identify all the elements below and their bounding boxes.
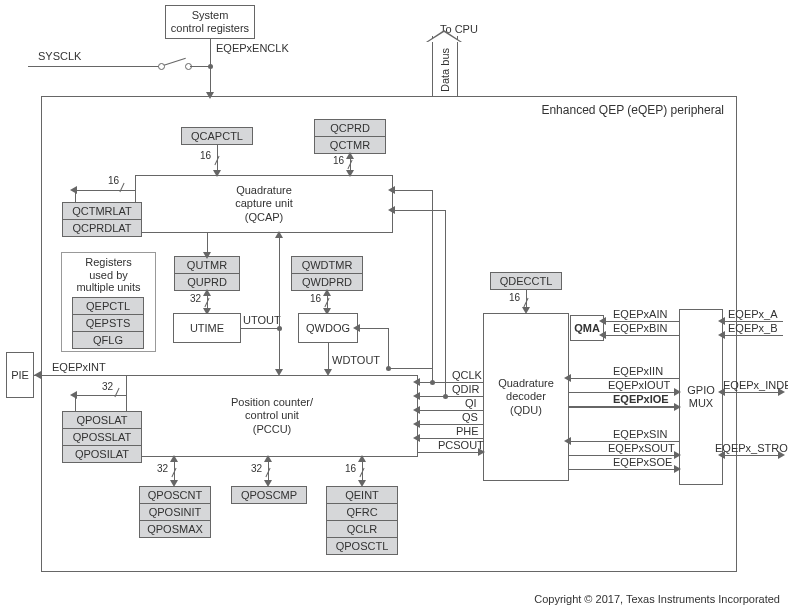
bus-width-16-3: 16 — [108, 175, 119, 186]
eqepxain-label: EQEPxAIN — [613, 308, 667, 320]
wdtout-label: WDTOUT — [332, 354, 380, 366]
bus-width-16-4: 16 — [310, 293, 321, 304]
regs-box-title: Registers used by multiple units — [62, 253, 155, 294]
qposslat-register: QPOSSLAT — [62, 428, 142, 446]
pccu-block: Position counter/ control unit (PCCU) — [126, 375, 418, 457]
data-bus-label: Data bus — [439, 48, 451, 92]
qwdtmr-register: QWDTMR — [291, 256, 363, 274]
bus-width-32-2: 32 — [102, 381, 113, 392]
utime-block: UTIME — [173, 313, 241, 343]
qflg-register: QFLG — [72, 331, 144, 349]
bus-width-32-3: 32 — [157, 463, 168, 474]
qposmax-register: QPOSMAX — [139, 520, 211, 538]
qdu-block: Quadrature decoder (QDU) — [483, 313, 569, 481]
qepsts-register: QEPSTS — [72, 314, 144, 332]
qclr-register: QCLR — [326, 520, 398, 538]
qposcnt-register: QPOSCNT — [139, 486, 211, 504]
qposlat-register: QPOSLAT — [62, 411, 142, 429]
eqepxsoe-label: EQEPxSOE — [613, 456, 672, 468]
eqepxioe-label: EQEPxIOE — [613, 393, 669, 405]
eqepxsout-label: EQEPxSOUT — [608, 442, 675, 454]
qfrc-register: QFRC — [326, 503, 398, 521]
bus-width-16-5: 16 — [345, 463, 356, 474]
bus-width-32-1: 32 — [190, 293, 201, 304]
qctmrlat-register: QCTMRLAT — [62, 202, 142, 220]
qwdog-block: QWDOG — [298, 313, 358, 343]
gpio-mux-block: GPIO MUX — [679, 309, 723, 485]
eqepxiin-label: EQEPxIIN — [613, 365, 663, 377]
qdir-label: QDIR — [452, 383, 480, 395]
eqepx-b-label: EQEPx_B — [728, 322, 778, 334]
eqepxenclk-label: EQEPxENCLK — [216, 42, 289, 54]
bus-width-16-6: 16 — [509, 292, 520, 303]
bus-width-32-4: 32 — [251, 463, 262, 474]
qposcmp-register: QPOSCMP — [231, 486, 307, 504]
qposilat-register: QPOSILAT — [62, 445, 142, 463]
qi-label: QI — [465, 397, 477, 409]
eqepx-a-label: EQEPx_A — [728, 308, 778, 320]
eqepx-index-label: EQEPx_INDEX — [723, 379, 788, 391]
bus-width-16-1: 16 — [200, 150, 211, 161]
eqepxiout-label: EQEPxIOUT — [608, 379, 670, 391]
qposinit-register: QPOSINIT — [139, 503, 211, 521]
qclk-label: QCLK — [452, 369, 482, 381]
eqepxint-label: EQEPxINT — [52, 361, 106, 373]
qposctl-register: QPOSCTL — [326, 537, 398, 555]
pcsout-label: PCSOUT — [438, 439, 484, 451]
pie-box: PIE — [6, 352, 34, 398]
diagram-canvas: System control registers EQEPxENCLK SYSC… — [0, 0, 788, 609]
eqepxbin-label: EQEPxBIN — [613, 322, 667, 334]
qepctl-register: QEPCTL — [72, 297, 144, 315]
sysclk-label: SYSCLK — [38, 50, 81, 62]
qcprd-register: QCPRD — [314, 119, 386, 137]
qcap-block: Quadrature capture unit (QCAP) — [135, 175, 393, 233]
qcapctl-register: QCAPCTL — [181, 127, 253, 145]
utout-label: UTOUT — [243, 314, 281, 326]
bus-width-16-2: 16 — [333, 155, 344, 166]
qeint-register: QEINT — [326, 486, 398, 504]
copyright-text: Copyright © 2017, Texas Instruments Inco… — [534, 593, 780, 605]
qcprdlat-register: QCPRDLAT — [62, 219, 142, 237]
eqepxsin-label: EQEPxSIN — [613, 428, 667, 440]
system-control-registers-box: System control registers — [165, 5, 255, 39]
qdecctl-register: QDECCTL — [490, 272, 562, 290]
eqepx-strobe-label: EQEPx_STROBE — [715, 442, 788, 454]
qs-label: QS — [462, 411, 478, 423]
peripheral-title: Enhanced QEP (eQEP) peripheral — [541, 103, 724, 117]
phe-label: PHE — [456, 425, 479, 437]
